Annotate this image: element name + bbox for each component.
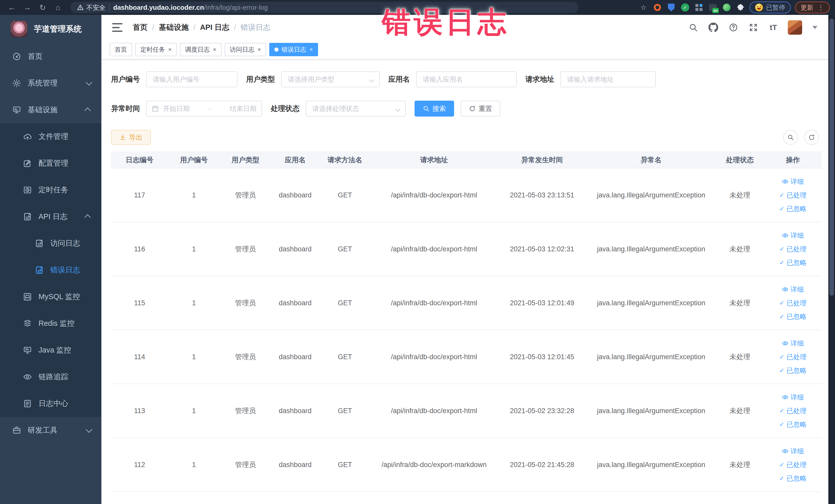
- breadcrumb-item[interactable]: 首页: [133, 22, 148, 33]
- sidebar-item-label: 首页: [28, 52, 43, 62]
- export-button[interactable]: 导出: [111, 130, 151, 145]
- action-processed-link[interactable]: ✓已处理: [779, 245, 807, 254]
- tab-错误日志[interactable]: 错误日志×: [269, 43, 318, 56]
- github-icon[interactable]: [708, 22, 719, 33]
- reload-icon[interactable]: ↻: [36, 2, 49, 13]
- sidebar-item[interactable]: MySQL 监控: [0, 283, 101, 310]
- action-detail-link[interactable]: 详细: [782, 447, 804, 456]
- action-detail-link[interactable]: 详细: [782, 285, 804, 294]
- extension-sprout-icon[interactable]: [722, 3, 732, 12]
- extension-green-check-icon[interactable]: ✓: [680, 3, 690, 12]
- user-avatar[interactable]: [788, 20, 802, 35]
- tab-首页[interactable]: 首页: [109, 43, 132, 56]
- process-status-select[interactable]: 请选择处理状态: [306, 101, 406, 117]
- back-icon[interactable]: ←: [5, 2, 19, 13]
- action-label: 详细: [791, 393, 804, 402]
- action-detail-link[interactable]: 详细: [782, 231, 804, 240]
- tab-调度日志[interactable]: 调度日志×: [180, 43, 222, 56]
- font-size-icon[interactable]: tT: [768, 22, 779, 33]
- action-detail-link[interactable]: 详细: [782, 393, 804, 402]
- close-icon[interactable]: ×: [213, 46, 217, 53]
- eye-icon: [782, 340, 789, 347]
- browser-menu-icon[interactable]: ⋮: [817, 4, 824, 12]
- chevron-up-icon: [84, 107, 90, 114]
- sidebar-item[interactable]: API 日志: [0, 203, 101, 230]
- home-icon[interactable]: ⌂: [51, 2, 65, 13]
- sidebar-item[interactable]: 配置管理: [0, 150, 101, 177]
- close-icon[interactable]: ×: [168, 46, 172, 53]
- action-ignored-link[interactable]: ✓已忽略: [779, 474, 807, 483]
- forward-icon[interactable]: →: [21, 2, 34, 13]
- chrome-update-button[interactable]: 更新 ⋮: [795, 2, 830, 13]
- extension-on-badge-icon[interactable]: on: [708, 3, 718, 12]
- user-id-input[interactable]: [146, 72, 238, 87]
- search-icon[interactable]: [688, 22, 699, 33]
- search-button[interactable]: 搜索: [414, 101, 454, 117]
- sidebar-item[interactable]: 日志中心: [0, 390, 101, 417]
- close-icon[interactable]: ×: [309, 46, 313, 53]
- sidebar-item[interactable]: 定时任务: [0, 177, 101, 203]
- cell-id: 115: [111, 276, 168, 330]
- url-text: dashboard.yudao.iocoder.cn/infra/log/api…: [113, 4, 268, 12]
- edit-icon: [23, 158, 32, 168]
- row-actions: 详细✓已处理✓已忽略: [766, 393, 820, 429]
- refresh-table-button[interactable]: [804, 130, 819, 145]
- sidebar-item[interactable]: 链路追踪: [0, 364, 101, 390]
- sidebar-item[interactable]: 基础设施: [0, 97, 101, 123]
- toggle-search-button[interactable]: [783, 130, 798, 145]
- breadcrumb-item[interactable]: API 日志: [200, 22, 229, 33]
- app-logo-row[interactable]: 芋道管理系统: [0, 15, 101, 43]
- bookmark-star-icon[interactable]: ☆: [639, 3, 648, 12]
- close-icon[interactable]: ×: [258, 46, 261, 53]
- breadcrumb-item[interactable]: 基础设施: [159, 22, 189, 33]
- tab-label: 首页: [115, 45, 127, 54]
- cell-status: 未处理: [716, 384, 764, 438]
- action-processed-link[interactable]: ✓已处理: [779, 299, 807, 308]
- action-label: 已忽略: [787, 474, 807, 483]
- docs-help-icon[interactable]: [728, 22, 739, 33]
- tab-定时任务[interactable]: 定时任务×: [135, 43, 177, 56]
- scrollbar-thumb[interactable]: [829, 19, 834, 296]
- action-ignored-link[interactable]: ✓已忽略: [779, 420, 807, 429]
- sidebar-item[interactable]: Redis 监控: [0, 310, 101, 337]
- extensions-puzzle-icon[interactable]: [736, 3, 746, 12]
- profile-paused-pill[interactable]: 已暂停: [750, 2, 791, 13]
- sidebar-item-label: MySQL 监控: [39, 292, 80, 302]
- tab-访问日志[interactable]: 访问日志×: [225, 43, 266, 56]
- sidebar-item[interactable]: 首页: [0, 43, 101, 70]
- user-type-select[interactable]: 请选择用户类型: [281, 72, 380, 87]
- action-ignored-link[interactable]: ✓已忽略: [779, 204, 807, 213]
- sidebar-item[interactable]: Java 监控: [0, 337, 101, 364]
- not-secure-badge[interactable]: 不安全: [77, 3, 105, 12]
- fullscreen-icon[interactable]: [748, 22, 759, 33]
- divider: [109, 4, 109, 11]
- sidebar-item[interactable]: 系统管理: [0, 70, 101, 97]
- sidebar-item-label: Java 监控: [39, 345, 71, 355]
- extension-orange-icon[interactable]: [652, 3, 662, 12]
- reset-button[interactable]: 重置: [461, 101, 500, 117]
- action-detail-link[interactable]: 详细: [782, 339, 804, 348]
- action-ignored-link[interactable]: ✓已忽略: [779, 258, 807, 267]
- action-processed-link[interactable]: ✓已处理: [779, 406, 807, 416]
- date-range-picker[interactable]: 开始日期 - 结束日期: [146, 101, 262, 117]
- extension-grid-icon[interactable]: [694, 3, 704, 12]
- extension-shield-icon[interactable]: [666, 3, 676, 12]
- app-name-input[interactable]: [416, 72, 517, 87]
- action-processed-link[interactable]: ✓已处理: [779, 191, 807, 200]
- action-ignored-link[interactable]: ✓已忽略: [779, 312, 807, 321]
- action-processed-link[interactable]: ✓已处理: [779, 460, 807, 469]
- sidebar-item-label: 配置管理: [39, 158, 68, 168]
- action-ignored-link[interactable]: ✓已忽略: [779, 366, 807, 375]
- collapse-sidebar-icon[interactable]: [112, 23, 122, 32]
- sidebar-item[interactable]: 研发工具: [0, 417, 101, 444]
- url-path: /infra/log/api-error-log: [204, 4, 268, 11]
- sidebar-item[interactable]: 访问日志: [0, 230, 101, 257]
- action-processed-link[interactable]: ✓已处理: [779, 352, 807, 362]
- user-menu-caret-icon[interactable]: [812, 26, 817, 29]
- page-scrollbar[interactable]: [828, 15, 835, 504]
- request-url-input[interactable]: [561, 72, 656, 87]
- sidebar-item[interactable]: 文件管理: [0, 123, 101, 150]
- sidebar-item[interactable]: 错误日志: [0, 257, 101, 283]
- sidebar-item-label: 研发工具: [28, 425, 58, 436]
- action-detail-link[interactable]: 详细: [782, 177, 804, 186]
